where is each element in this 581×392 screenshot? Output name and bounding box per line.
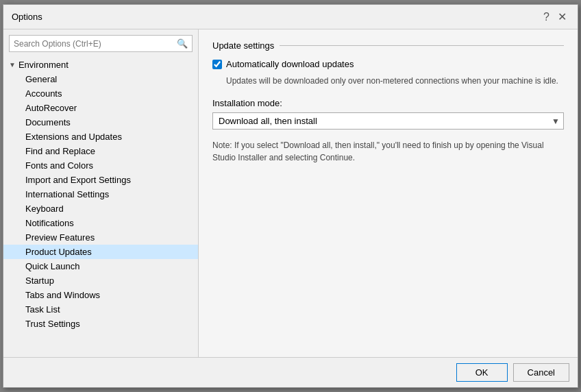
- right-panel: Update settings Automatically download u…: [199, 29, 578, 357]
- tree-child-trust-settings[interactable]: Trust Settings: [3, 317, 198, 331]
- tree-parent-environment[interactable]: ▼ Environment: [3, 58, 198, 72]
- tree-child-preview[interactable]: Preview Features: [3, 230, 198, 245]
- tree-child-autorecover[interactable]: AutoRecover: [3, 101, 198, 115]
- options-dialog: Options ? ✕ 🔍 ▼ Environment General Acco…: [3, 4, 578, 388]
- note-text: Note: If you select "Download all, then …: [212, 139, 564, 164]
- dialog-title: Options: [12, 12, 42, 22]
- tree-child-fonts[interactable]: Fonts and Colors: [3, 158, 198, 173]
- cancel-button[interactable]: Cancel: [513, 363, 569, 382]
- tree-child-tabs-windows[interactable]: Tabs and Windows: [3, 288, 198, 302]
- tree-child-quick-launch[interactable]: Quick Launch: [3, 259, 198, 273]
- tree-child-import-export[interactable]: Import and Export Settings: [3, 173, 198, 187]
- dialog-footer: OK Cancel: [3, 357, 578, 387]
- tree-child-general[interactable]: General: [3, 72, 198, 86]
- left-panel: 🔍 ▼ Environment General Accounts AutoRec…: [3, 29, 199, 357]
- search-button[interactable]: 🔍: [173, 36, 192, 51]
- tree-child-notifications[interactable]: Notifications: [3, 216, 198, 230]
- environment-label: Environment: [18, 60, 69, 70]
- search-input[interactable]: [10, 36, 173, 51]
- info-text: Updates will be downloaded only over non…: [226, 75, 564, 87]
- tree-child-international[interactable]: International Settings: [3, 187, 198, 201]
- checkbox-row: Automatically download updates: [212, 59, 564, 69]
- title-bar: Options ? ✕: [3, 5, 578, 29]
- tree-container[interactable]: ▼ Environment General Accounts AutoRecov…: [3, 58, 198, 357]
- search-box[interactable]: 🔍: [9, 35, 193, 52]
- expand-arrow: ▼: [9, 61, 16, 69]
- tree-child-find-replace[interactable]: Find and Replace: [3, 144, 198, 158]
- help-button[interactable]: ?: [541, 12, 552, 23]
- tree-child-extensions[interactable]: Extensions and Updates: [3, 130, 198, 144]
- mode-label: Installation mode:: [212, 98, 564, 108]
- close-button[interactable]: ✕: [555, 12, 569, 23]
- title-buttons: ? ✕: [541, 12, 569, 23]
- auto-download-checkbox[interactable]: [212, 60, 222, 69]
- installation-mode-select[interactable]: Download all, then install Download, the…: [212, 112, 564, 130]
- tree-child-keyboard[interactable]: Keyboard: [3, 201, 198, 216]
- tree-child-product-updates[interactable]: Product Updates: [3, 245, 198, 259]
- tree-child-documents[interactable]: Documents: [3, 115, 198, 130]
- tree-child-task-list[interactable]: Task List: [3, 302, 198, 317]
- tree-child-accounts[interactable]: Accounts: [3, 86, 198, 101]
- dialog-body: 🔍 ▼ Environment General Accounts AutoRec…: [3, 29, 578, 357]
- tree-child-startup[interactable]: Startup: [3, 273, 198, 288]
- checkbox-label: Automatically download updates: [226, 59, 354, 69]
- ok-button[interactable]: OK: [456, 363, 508, 382]
- section-title: Update settings: [212, 40, 564, 51]
- dropdown-wrapper[interactable]: Download all, then install Download, the…: [212, 112, 564, 130]
